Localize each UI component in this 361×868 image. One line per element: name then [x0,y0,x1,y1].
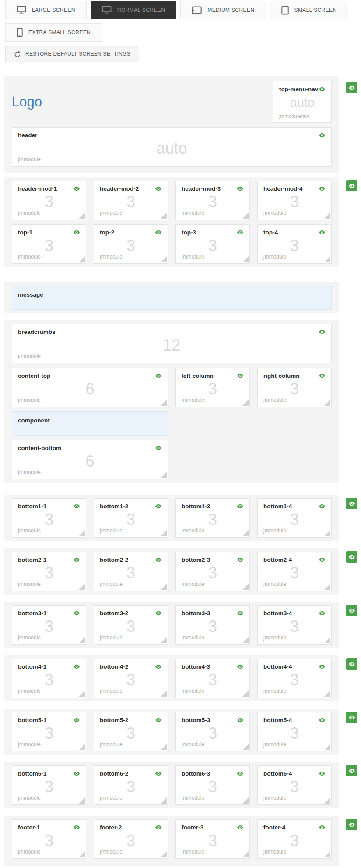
position-bottom2-3-card[interactable]: bottom2-33jmmodule [175,552,250,591]
position-top-3-card[interactable]: top-33jmmodule [175,224,250,264]
position-bottom3-4-card[interactable]: bottom3-43jmmodule [257,605,332,645]
eye-icon[interactable] [319,230,326,235]
position-header-mod-3-card[interactable]: header-mod-33jmmodule [175,181,250,220]
position-header-mod-4-card[interactable]: header-mod-43jmmodule [257,181,332,220]
resize-handle[interactable] [79,637,85,643]
position-bottom3-3-card[interactable]: bottom3-33jmmodule [175,605,250,645]
position-bottom6-4-card[interactable]: bottom6-43jmmodule [257,765,332,805]
position-top-1-card[interactable]: top-13jmmodule [12,224,86,264]
resize-handle[interactable] [324,584,330,590]
position-content-bottom-card[interactable]: content-bottom6jmmodule [12,440,168,479]
eye-icon[interactable] [237,373,244,378]
resize-handle[interactable] [161,851,167,857]
section-footer-visibility-badge[interactable] [346,819,357,830]
position-bottom4-1-card[interactable]: bottom4-13jmmodule [12,659,86,698]
eye-icon[interactable] [319,718,326,723]
eye-icon[interactable] [319,87,326,92]
resize-handle[interactable] [161,213,167,219]
eye-icon[interactable] [237,504,244,509]
position-top-menu-nav-card[interactable]: top-menu-navautojmmoduleraw [273,81,332,123]
position-bottom2-4-card[interactable]: bottom2-43jmmodule [257,552,332,591]
position-bottom6-1-card[interactable]: bottom6-13jmmodule [12,765,86,805]
eye-icon[interactable] [237,664,244,669]
eye-icon[interactable] [319,504,326,509]
position-bottom2-1-card[interactable]: bottom2-13jmmodule [12,552,86,591]
eye-icon[interactable] [155,825,162,830]
position-footer-4-card[interactable]: footer-43jmmodule [257,819,332,859]
eye-icon[interactable] [155,504,162,509]
section-bottom-2-visibility-badge[interactable] [346,551,357,563]
eye-icon[interactable] [155,373,162,378]
position-right-column-card[interactable]: right-column3jmmodule [257,368,332,407]
eye-icon[interactable] [73,611,80,616]
resize-handle[interactable] [324,256,330,262]
resize-handle[interactable] [324,797,330,804]
resize-handle[interactable] [324,744,330,750]
resize-handle[interactable] [324,530,330,536]
resize-handle[interactable] [79,851,85,857]
resize-handle[interactable] [324,637,330,643]
position-header-mod-1-card[interactable]: header-mod-13jmmodule [12,181,86,220]
position-top-2-card[interactable]: top-23jmmodule [94,224,168,264]
position-bottom4-2-card[interactable]: bottom4-23jmmodule [94,659,168,698]
position-bottom3-2-card[interactable]: bottom3-23jmmodule [94,605,168,645]
resize-handle[interactable] [79,213,85,219]
resize-handle[interactable] [161,530,167,536]
position-bottom5-2-card[interactable]: bottom5-23jmmodule [94,712,168,751]
section-header-mods-visibility-badge[interactable] [346,180,357,191]
resize-handle[interactable] [161,256,167,262]
section-bottom-3-visibility-badge[interactable] [346,605,357,616]
resize-handle[interactable] [242,530,249,536]
position-bottom6-3-card[interactable]: bottom6-33jmmodule [175,765,250,805]
resize-handle[interactable] [79,691,85,697]
resize-handle[interactable] [324,400,330,406]
resize-handle[interactable] [324,213,330,219]
eye-icon[interactable] [237,718,244,723]
eye-icon[interactable] [319,557,326,562]
eye-icon[interactable] [319,329,326,334]
screen-button-large-screen[interactable]: LARGE SCREEN [5,1,87,19]
position-bottom1-4-card[interactable]: bottom1-43jmmodule [257,498,332,538]
eye-icon[interactable] [155,186,162,191]
section-bottom-4-visibility-badge[interactable] [346,658,357,670]
position-left-column-card[interactable]: left-column3jmmodule [175,368,250,407]
eye-icon[interactable] [73,230,80,235]
resize-handle[interactable] [242,584,249,590]
eye-icon[interactable] [155,664,162,669]
position-breadcrumbs-card[interactable]: breadcrumbs12jmmodule [12,324,332,363]
eye-icon[interactable] [73,557,80,562]
position-bottom1-3-card[interactable]: bottom1-33jmmodule [175,498,250,538]
eye-icon[interactable] [319,611,326,616]
resize-handle[interactable] [79,797,85,804]
section-bottom-5-visibility-badge[interactable] [346,712,357,723]
eye-icon[interactable] [237,611,244,616]
resize-handle[interactable] [161,744,167,750]
resize-handle[interactable] [242,213,249,219]
resize-handle[interactable] [79,530,85,536]
position-bottom1-1-card[interactable]: bottom1-13jmmodule [12,498,86,538]
position-bottom2-2-card[interactable]: bottom2-23jmmodule [94,552,168,591]
resize-handle[interactable] [324,851,330,857]
section-bottom-6-visibility-badge[interactable] [346,765,357,776]
eye-icon[interactable] [237,230,244,235]
resize-handle[interactable] [242,851,249,857]
section-top-visibility-badge[interactable] [346,82,357,93]
eye-icon[interactable] [73,186,80,191]
position-bottom4-3-card[interactable]: bottom4-33jmmodule [175,659,250,698]
resize-handle[interactable] [161,584,167,590]
eye-icon[interactable] [73,664,80,669]
resize-handle[interactable] [242,691,249,697]
eye-icon[interactable] [155,718,162,723]
eye-icon[interactable] [319,771,326,776]
position-bottom6-2-card[interactable]: bottom6-23jmmodule [94,765,168,805]
position-bottom4-4-card[interactable]: bottom4-43jmmodule [257,659,332,698]
restore-default-screen-settings-button[interactable]: RESTORE DEFAULT SCREEN SETTINGS [5,46,139,62]
position-top-4-card[interactable]: top-43jmmodule [257,224,332,264]
position-header-mod-2-card[interactable]: header-mod-23jmmodule [94,181,168,220]
eye-icon[interactable] [73,825,80,830]
resize-handle[interactable] [161,797,167,804]
position-bottom5-3-card[interactable]: bottom5-33jmmodule [175,712,250,751]
position-bottom5-1-card[interactable]: bottom5-13jmmodule [12,712,86,751]
position-footer-2-card[interactable]: footer-23jmmodule [94,819,168,859]
position-footer-1-card[interactable]: footer-13jmmodule [12,819,86,859]
